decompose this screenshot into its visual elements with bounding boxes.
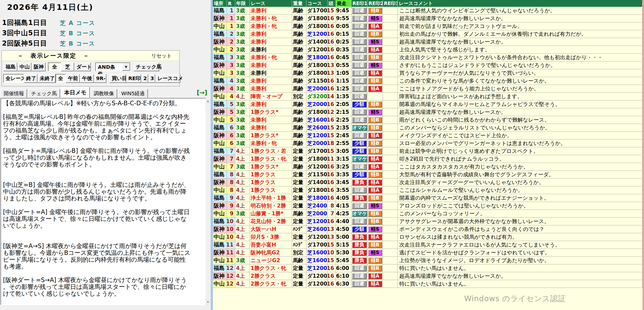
re-mark2-badge[interactable]: 軽S bbox=[368, 109, 382, 115]
re-mark1-badge[interactable]: 回避 bbox=[352, 15, 367, 22]
re-mark2-badge[interactable]: 軽S bbox=[368, 250, 382, 256]
re-mark1-badge[interactable]: 回避 bbox=[352, 218, 367, 225]
time-button-all[interactable]: 全 bbox=[56, 74, 66, 83]
re-mark1-badge[interactable]: オマケ bbox=[352, 125, 368, 131]
re-mark1-badge[interactable]: 回避 bbox=[352, 47, 367, 53]
tab-honjitsu-memo[interactable]: 本日メモ bbox=[61, 87, 90, 98]
re-mark2-badge[interactable]: 軽B bbox=[368, 265, 382, 271]
venue-button-nakayama[interactable]: 中山 bbox=[17, 62, 31, 71]
race-row[interactable]: 中山44上障害・オープ別定ダ32001411:35回避障害戦はよほど面白いレース… bbox=[213, 93, 642, 100]
tab-check-uma[interactable]: チェック馬 bbox=[28, 89, 60, 98]
status-button-unfinished[interactable]: 未終了 bbox=[37, 74, 56, 83]
re-mark2-badge[interactable]: 軽A bbox=[368, 156, 382, 162]
time-button-morning[interactable]: 午前 bbox=[66, 74, 80, 83]
re-mark1-badge[interactable]: 回避 bbox=[352, 132, 367, 139]
scroll-up-icon[interactable]: ▲ bbox=[206, 98, 210, 103]
re-mark1-badge[interactable]: 勝負 bbox=[352, 179, 367, 186]
race-row[interactable]: 福島43歳未勝利馬齢ダ11501611:15回避軽Bこの条件で変わりそうな馬が多… bbox=[213, 77, 642, 85]
re-mark2-badge[interactable]: 軽A bbox=[368, 179, 382, 186]
tab-kaisai-joho[interactable]: 開催情報 bbox=[1, 89, 27, 98]
tab-chokyo-eizo[interactable]: 調教映像 bbox=[91, 89, 117, 98]
race-row[interactable]: 中山93歳山藤賞・1勝*馬齢芝2000714:25オマケ軽Bこのメンバーならコッ… bbox=[213, 210, 642, 218]
re-mark1-badge[interactable]: 少額 bbox=[352, 148, 367, 154]
panel-splitter[interactable] bbox=[211, 0, 213, 310]
re-mark1-button[interactable]: RE印1 bbox=[126, 74, 141, 83]
re-mark2-badge[interactable]: 軽A bbox=[368, 132, 382, 139]
race-row[interactable]: 阪神124上2勝クラス定量ダ12001616:10回避軽A超高速馬場濃厚でなかな… bbox=[213, 272, 642, 280]
re-mark2-button[interactable]: 2 bbox=[141, 74, 148, 83]
venue-button-fukushima[interactable]: 福島 bbox=[3, 62, 17, 71]
re-mark2-badge[interactable]: 軽S bbox=[368, 62, 382, 68]
re-mark1-badge[interactable]: 回避 bbox=[352, 281, 367, 287]
re-mark2-badge[interactable]: 軽A bbox=[368, 281, 382, 287]
re-mark1-badge[interactable]: 回避 bbox=[352, 8, 367, 14]
re-mark2-badge[interactable]: 軽B bbox=[368, 78, 382, 84]
surface-button-turf[interactable]: 芝 bbox=[61, 62, 74, 71]
re-mark1-badge[interactable]: 勝負 bbox=[352, 250, 367, 256]
race-row[interactable]: 福島114上吾妻小富Hﾊﾝﾃﾞダ17001515:15勝負軽B次走注目馬スナーク… bbox=[213, 241, 642, 249]
re-mark1-badge[interactable]: 回避 bbox=[352, 23, 367, 29]
race-row[interactable]: 中山13歳未勝利・牝馬齢ダ18001610:05回避軽A前走で前が詰まり気味だっ… bbox=[213, 22, 642, 30]
race-row[interactable]: 阪神23歳未勝利馬齢ダ14001610:25回避軽S超高速馬場濃厚でなかなか難し… bbox=[213, 38, 642, 46]
re-mark1-badge[interactable]: 回避 bbox=[352, 86, 367, 92]
race-row[interactable]: 福島53歳未勝利馬齢芝20001612:05少額軽B開幕週の馬場ならマイネルリー… bbox=[213, 100, 642, 108]
time-button-9r-later[interactable]: 9R- bbox=[94, 74, 106, 83]
re-mark3-button[interactable]: 3 bbox=[148, 74, 155, 83]
re-mark2-badge[interactable]: 軽A bbox=[368, 86, 382, 92]
race-row[interactable]: 福島74上1勝クラス・若定量ダ17001513:05少額軽B前走は競争中止明けで… bbox=[213, 147, 642, 155]
re-mark2-badge[interactable]: 軽A bbox=[368, 187, 382, 193]
chevron-down-icon[interactable]: ▼ bbox=[122, 63, 130, 71]
re-mark2-badge[interactable]: 軽B bbox=[368, 148, 382, 154]
tab-win5-keika[interactable]: WIN5経過 bbox=[118, 89, 148, 98]
re-mark2-badge[interactable]: 軽B bbox=[368, 211, 382, 217]
re-mark2-badge[interactable]: 軽S bbox=[368, 15, 382, 22]
status-button-finished[interactable]: 終了 bbox=[24, 74, 37, 83]
surface-button-all[interactable]: 全 bbox=[48, 62, 61, 71]
race-row[interactable]: 中山73歳1勝クラス*馬齢ダ12001613:25回避軽Aここはタカスタカスタカ… bbox=[213, 163, 642, 171]
surface-button-dirt[interactable]: ダート bbox=[74, 62, 91, 71]
re-mark2-badge[interactable]: 軽A bbox=[368, 164, 382, 170]
re-mark1-badge[interactable]: 回避 bbox=[352, 39, 367, 45]
race-row[interactable]: 中山53歳未勝利馬齢芝16001612:25回避軽B雨がどれくらいこの時間に残る… bbox=[213, 116, 642, 124]
race-row[interactable]: 阪神63歳1勝クラス*馬齢芝12001512:45回避軽Aメイクワンズデイがここ… bbox=[213, 132, 642, 140]
re-mark1-badge[interactable]: 少額 bbox=[352, 226, 367, 232]
race-row[interactable]: 福島94上浄土平特・1勝定量芝18001614:05勝負軽B開幕週の内枠でスムー… bbox=[213, 194, 642, 202]
re-mark1-badge[interactable]: 回避 bbox=[352, 93, 367, 100]
re-mark1-badge[interactable]: 回避 bbox=[352, 117, 367, 123]
re-mark2-badge[interactable]: 軽A bbox=[368, 47, 382, 53]
expand-arrow-button[interactable]: [→] bbox=[197, 89, 207, 96]
re-mark2-badge[interactable]: 軽B bbox=[368, 195, 382, 201]
race-row[interactable]: 阪神84上1勝クラス定量ダ14001613:45勝負軽A次走注目馬ダディーズグー… bbox=[213, 179, 642, 186]
re-mark2-badge[interactable]: 軽B bbox=[368, 257, 382, 264]
re-mark1-badge[interactable]: オマケ bbox=[352, 156, 368, 162]
race-comment-button[interactable]: レースコメ bbox=[155, 74, 180, 83]
race-row[interactable]: 阪神13歳未勝利・牝馬齢ダ18001609:55回避軽S超高速馬場濃厚でなかなか… bbox=[213, 15, 642, 22]
re-mark1-badge[interactable]: 勝負 bbox=[352, 257, 367, 264]
re-mark2-badge[interactable]: 軽A bbox=[368, 273, 382, 279]
status-button-all-races[interactable]: 全レース bbox=[3, 74, 24, 83]
re-mark1-badge[interactable]: 回避 bbox=[352, 78, 367, 84]
re-mark1-badge[interactable]: 回避 bbox=[352, 203, 367, 209]
re-mark1-badge[interactable]: 勝負 bbox=[352, 242, 367, 248]
venue-button-hanshin[interactable]: 阪神 bbox=[31, 62, 46, 71]
re-mark1-badge[interactable]: オマケ bbox=[352, 211, 368, 217]
condition-select[interactable]: AND条件 ▼ bbox=[95, 62, 131, 71]
bet-button[interactable]: 買い目 bbox=[109, 74, 126, 83]
re-mark1-badge[interactable]: 回避 bbox=[352, 273, 367, 279]
re-mark2-badge[interactable]: 軽B bbox=[368, 140, 382, 147]
time-button-afternoon[interactable]: 午後 bbox=[80, 74, 94, 83]
re-mark1-badge[interactable]: 少額 bbox=[352, 101, 367, 108]
re-mark1-badge[interactable]: 少額 bbox=[352, 140, 367, 147]
race-row[interactable]: 阪神43歳未勝利馬齢芝20001611:25回避軽Aここはサトノアグードがもう能… bbox=[213, 85, 642, 93]
re-mark1-badge[interactable]: 勝負 bbox=[352, 195, 367, 201]
re-mark2-badge[interactable]: 軽S bbox=[368, 39, 382, 45]
re-mark1-badge[interactable]: 回避 bbox=[352, 187, 367, 193]
re-mark1-badge[interactable]: 勝負 bbox=[352, 234, 367, 240]
race-row[interactable]: 福島33歳未勝利・牝馬齢芝18001610:45回避軽B次走注目クシマトゥルーと… bbox=[213, 54, 642, 61]
race-row[interactable]: 中山124上2勝クラス・牝定量ダ12001616:30回避軽A特に買いたい馬はい… bbox=[213, 280, 642, 288]
check-horse-button[interactable]: チェック馬 bbox=[134, 62, 159, 71]
re-mark2-badge[interactable]: 軽B bbox=[368, 218, 382, 225]
re-mark2-badge[interactable]: 軽B bbox=[368, 171, 382, 178]
re-mark1-badge[interactable]: 回避 bbox=[352, 109, 367, 115]
reset-button[interactable]: リセット bbox=[151, 52, 172, 59]
